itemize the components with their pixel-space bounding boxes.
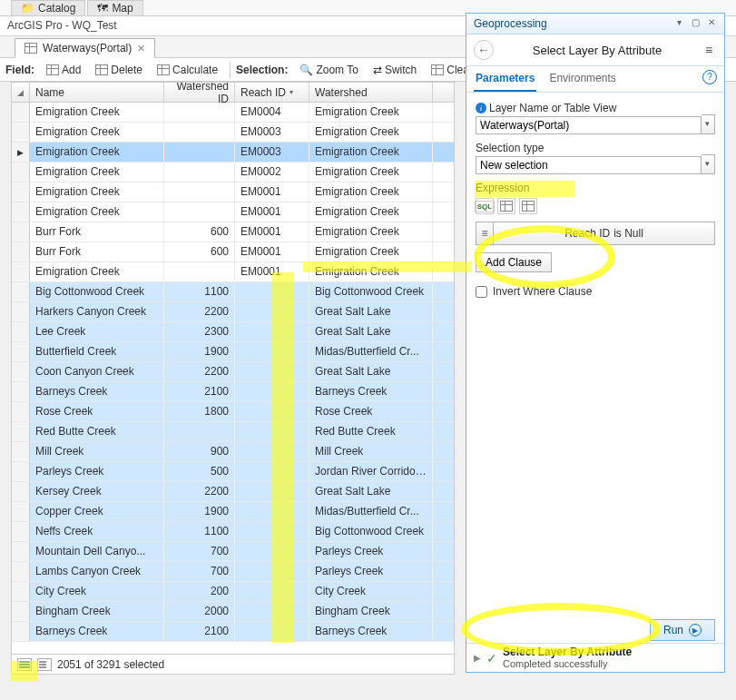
cell-watershed-id[interactable]: 200 [164, 582, 235, 601]
cell-name[interactable]: Emigration Creek [30, 262, 164, 281]
cell-watershed-id[interactable]: 2300 [164, 322, 235, 341]
table-row[interactable]: Red Butte CreekRed Butte Creek [12, 422, 454, 442]
close-icon[interactable]: ✕ [137, 43, 145, 54]
row-handle[interactable] [12, 302, 30, 321]
table-row[interactable]: Barneys Creek2100Barneys Creek [12, 382, 454, 402]
show-selected-button[interactable] [37, 658, 52, 671]
row-handle[interactable] [12, 362, 30, 381]
tab-environments[interactable]: Environments [547, 66, 617, 92]
cell-watershed[interactable]: Great Salt Lake [309, 322, 433, 341]
cell-reach-id[interactable] [235, 282, 309, 301]
sql-view-button[interactable]: SQL [476, 198, 494, 214]
table-body[interactable]: Emigration CreekEM0004Emigration CreekEm… [12, 103, 454, 654]
row-handle[interactable] [12, 143, 30, 162]
run-button[interactable]: Run ▶ [650, 619, 715, 641]
cell-watershed-id[interactable] [164, 202, 235, 222]
tab-catalog[interactable]: 📁Catalog [11, 0, 85, 15]
row-handle[interactable] [12, 602, 30, 621]
cell-watershed[interactable]: Big Cottonwood Creek [309, 282, 433, 301]
cell-watershed[interactable]: Parleys Creek [309, 562, 433, 581]
back-button[interactable]: ← [474, 40, 494, 60]
cell-reach-id[interactable] [235, 362, 309, 381]
cell-watershed[interactable]: Barneys Creek [309, 622, 433, 641]
help-icon[interactable]: ? [702, 70, 717, 84]
cell-name[interactable]: Emigration Creek [30, 143, 164, 162]
cell-name[interactable]: Copper Creek [30, 502, 164, 521]
table-row[interactable]: Mill Creek900Mill Creek [12, 442, 454, 462]
cell-watershed-id[interactable]: 500 [164, 462, 235, 481]
cell-watershed[interactable]: Emigration Creek [309, 103, 433, 122]
row-handle[interactable] [12, 562, 30, 581]
row-handle[interactable] [12, 422, 30, 441]
table-row[interactable]: Emigration CreekEM0001Emigration Creek [12, 262, 454, 282]
clause-box[interactable]: Reach ID is Null [494, 222, 715, 245]
cell-name[interactable]: Barneys Creek [30, 622, 164, 641]
table-row[interactable]: Barneys Creek2100Barneys Creek [12, 622, 454, 642]
row-handle[interactable] [12, 163, 30, 182]
cell-name[interactable]: Red Butte Creek [30, 422, 164, 441]
cell-watershed[interactable]: Emigration Creek [309, 262, 433, 281]
col-name[interactable]: Name [30, 83, 164, 102]
cell-watershed-id[interactable]: 900 [164, 442, 235, 461]
expr-view1-button[interactable] [497, 198, 515, 214]
cell-name[interactable]: Emigration Creek [30, 182, 164, 202]
row-handle[interactable] [12, 202, 30, 222]
cell-reach-id[interactable] [235, 602, 309, 621]
cell-name[interactable]: Kersey Creek [30, 482, 164, 501]
cell-name[interactable]: City Creek [30, 582, 164, 601]
expr-view2-button[interactable] [519, 198, 537, 214]
cell-watershed[interactable]: Midas/Butterfield Cr... [309, 342, 433, 361]
table-row[interactable]: Neffs Creek1100Big Cottonwood Creek [12, 522, 454, 542]
cell-name[interactable]: Mountain Dell Canyo... [30, 542, 164, 561]
table-row[interactable]: Emigration CreekEM0004Emigration Creek [12, 103, 454, 123]
cell-reach-id[interactable] [235, 502, 309, 521]
row-handle[interactable] [12, 282, 30, 301]
table-row[interactable]: Emigration CreekEM0003Emigration Creek [12, 123, 454, 143]
cell-name[interactable]: Emigration Creek [30, 163, 164, 182]
cell-reach-id[interactable] [235, 582, 309, 601]
cell-watershed-id[interactable]: 2200 [164, 362, 235, 381]
cell-watershed-id[interactable]: 600 [164, 222, 235, 242]
cell-name[interactable]: Emigration Creek [30, 123, 164, 142]
row-handle[interactable] [12, 402, 30, 421]
row-handle[interactable] [12, 582, 30, 601]
undock-icon[interactable]: ▢ [690, 18, 701, 29]
cell-watershed-id[interactable]: 2200 [164, 302, 235, 321]
row-handle[interactable] [12, 542, 30, 561]
table-row[interactable]: Rose Creek1800Rose Creek [12, 402, 454, 422]
col-reach-id[interactable]: Reach ID▾ [235, 83, 309, 102]
cell-watershed-id[interactable] [164, 182, 235, 202]
cell-watershed[interactable]: Great Salt Lake [309, 482, 433, 501]
cell-reach-id[interactable] [235, 562, 309, 581]
invert-checkbox[interactable] [476, 286, 487, 298]
cell-name[interactable]: Emigration Creek [30, 202, 164, 222]
row-handle[interactable] [12, 123, 30, 142]
cell-reach-id[interactable] [235, 322, 309, 341]
row-handle[interactable] [12, 622, 30, 641]
layer-input[interactable] [476, 116, 702, 134]
cell-name[interactable]: Big Cottonwood Creek [30, 282, 164, 301]
cell-watershed[interactable]: Barneys Creek [309, 382, 433, 401]
add-field-button[interactable]: Add [40, 61, 87, 79]
cell-watershed[interactable]: City Creek [309, 582, 433, 601]
table-row[interactable]: Burr Fork600EM0001Emigration Creek [12, 242, 454, 262]
table-row[interactable]: City Creek200City Creek [12, 582, 454, 602]
cell-watershed-id[interactable]: 600 [164, 242, 235, 261]
cell-name[interactable]: Barneys Creek [30, 382, 164, 401]
show-all-button[interactable] [17, 658, 32, 671]
cell-watershed-id[interactable]: 2200 [164, 482, 235, 501]
cell-watershed-id[interactable]: 2100 [164, 622, 235, 641]
cell-reach-id[interactable] [235, 542, 309, 561]
clause-handle[interactable]: ≡ [476, 222, 494, 245]
table-row[interactable]: Copper Creek1900Midas/Butterfield Cr... [12, 502, 454, 522]
seltype-input[interactable] [476, 156, 702, 174]
table-row[interactable]: Harkers Canyon Creek2200Great Salt Lake [12, 302, 454, 322]
cell-watershed-id[interactable]: 2100 [164, 382, 235, 401]
cell-watershed-id[interactable]: 1900 [164, 502, 235, 521]
cell-watershed[interactable]: Red Butte Creek [309, 422, 433, 441]
cell-name[interactable]: Burr Fork [30, 222, 164, 242]
cell-reach-id[interactable]: EM0003 [235, 143, 309, 162]
row-handle[interactable] [12, 502, 30, 521]
cell-name[interactable]: Parleys Creek [30, 462, 164, 481]
table-row[interactable]: Kersey Creek2200Great Salt Lake [12, 482, 454, 502]
